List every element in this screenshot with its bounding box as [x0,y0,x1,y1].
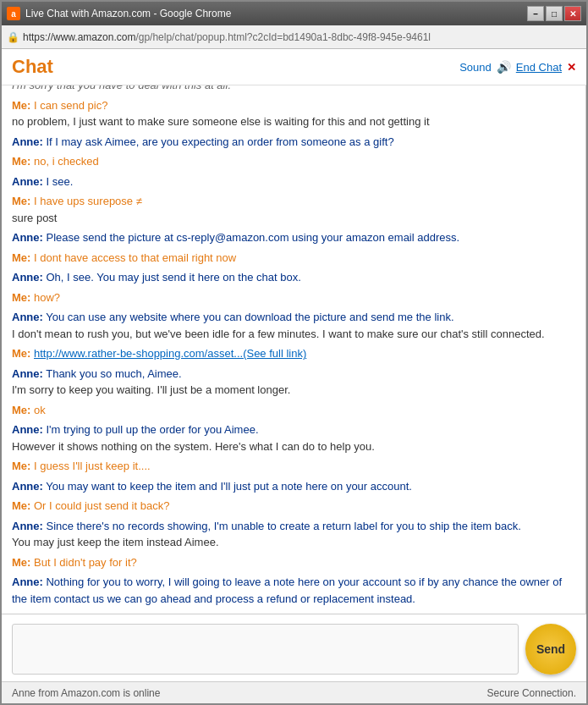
list-item: Me: I guess I'll just keep it.... [12,458,575,475]
window-controls: – □ ✕ [527,6,581,21]
message-speaker: Anne: [12,175,43,188]
message-text: how? [30,291,60,304]
send-button[interactable]: Send [525,624,576,675]
list-item: Anne: Oh, I see. You may just send it he… [12,269,575,286]
list-item: Me: no, i checked [12,153,575,170]
list-item: Anne: I'm trying to pull up the order fo… [12,421,575,454]
message-continuation: I don't mean to rush you, but we've been… [12,326,575,343]
message-speaker: Me: [12,251,30,264]
window-title: Live Chat with Amazon.com - Google Chrom… [25,8,522,19]
message-text: http://www.rather-be-shopping.com/asset.… [30,347,306,360]
message-speaker: Me: [12,291,30,304]
message-text: But I didn't pay for it? [30,556,136,569]
message-text: I'm trying to pull up the order for you … [43,423,259,436]
input-area: Send [2,614,586,681]
list-item: Me: how? [12,289,575,306]
list-item: Anne: I see. [12,173,575,190]
message-text: I can send pic? [30,99,107,112]
chat-title: Chat [12,56,53,78]
minimize-button[interactable]: – [527,6,544,21]
list-item: Anne: Nothing for you to worry, I will g… [12,574,575,607]
message-input[interactable] [12,624,519,675]
message-speaker: Anne: [12,367,43,380]
message-speaker: Me: [12,460,30,472]
message-speaker: Anne: [12,480,43,493]
message-speaker: Anne: [12,520,43,532]
message-speaker: Me: [12,404,30,416]
url-display[interactable]: https://www.amazon.com/gp/help/chat/popu… [23,31,581,43]
message-text: Oh, I see. You may just send it here on … [43,271,301,284]
status-bar: Anne from Amazon.com is online Secure Co… [2,681,586,703]
message-text: You can use any website where you can do… [43,311,454,323]
chat-header: Chat Sound 🔊 End Chat ✕ [2,49,586,85]
message-continuation: However it shows nothing on the system. … [12,438,575,455]
list-item: I'm sorry that you have to deal with thi… [12,85,575,94]
address-bar: 🔒 https://www.amazon.com/gp/help/chat/po… [2,25,586,49]
main-window: a Live Chat with Amazon.com - Google Chr… [0,0,588,705]
message-speaker: Me: [12,556,30,569]
message-speaker: Anne: [12,271,43,284]
message-text: I see. [43,175,73,188]
header-controls: Sound 🔊 End Chat ✕ [459,60,576,74]
message-continuation: I'm sorry to keep you waiting. I'll just… [12,382,575,399]
list-item: Anne: Since there's no records showing, … [12,518,575,551]
maximize-button[interactable]: □ [546,6,563,21]
message-text: You may want to keep the item and I'll j… [43,480,412,493]
message-speaker: Me: [12,155,30,168]
lock-icon: 🔒 [7,31,19,43]
message-text: I dont have access to that email right n… [30,251,236,264]
sound-button[interactable]: Sound [459,61,492,74]
message-speaker: Anne: [12,576,43,588]
end-chat-button[interactable]: End Chat [516,61,562,74]
message-text: Thank you so much, Aimee. [43,367,182,380]
message-text: ok [30,404,45,416]
list-item: Anne: Thank you so much, Aimee.I'm sorry… [12,366,575,399]
list-item: Me: I have ups surepose ≠sure post [12,193,575,226]
message-speaker: Anne: [12,311,43,323]
message-speaker: Anne: [12,423,43,436]
message-text: I guess I'll just keep it.... [30,460,150,472]
list-item: Anne: You may want to keep the item and … [12,478,575,495]
end-chat-close-icon[interactable]: ✕ [567,61,576,74]
list-item: Me: http://www.rather-be-shopping.com/as… [12,345,575,362]
list-item: Me: Or I could just send it back? [12,498,575,515]
message-speaker: Anne: [12,135,43,148]
list-item: Me: But I didn't pay for it? [12,554,575,571]
message-text: Please send the picture at cs-reply@amaz… [43,231,459,244]
close-button[interactable]: ✕ [564,6,581,21]
list-item: Me: I can send pic?no problem, I just wa… [12,97,575,130]
list-item: Anne: You can use any website where you … [12,309,575,342]
list-item: Anne: Please send the picture at cs-repl… [12,229,575,246]
sound-icon[interactable]: 🔊 [497,60,511,74]
message-speaker: Me: [12,499,30,512]
title-bar: a Live Chat with Amazon.com - Google Chr… [2,2,586,25]
browser-icon: a [7,7,20,20]
list-item: Me: ok [12,402,575,419]
message-speaker: Anne: [12,231,43,244]
message-text: If I may ask Aimee, are you expecting an… [43,135,394,148]
list-item: Me: I dont have access to that email rig… [12,250,575,267]
message-text: I have ups surepose ≠ [30,195,141,207]
list-item: Anne: If I may ask Aimee, are you expect… [12,134,575,151]
message-speaker: Me: [12,99,30,112]
message-continuation: no problem, I just want to make sure som… [12,113,575,130]
messages-area: I'm sorry that you have to deal with thi… [2,85,586,614]
message-text: Since there's no records showing, I'm un… [43,520,521,532]
message-speaker: Me: [12,195,30,207]
message-text: Or I could just send it back? [30,499,169,512]
message-speaker: Me: [12,347,30,360]
chat-container: Chat Sound 🔊 End Chat ✕ I'm sorry that y… [2,49,586,681]
message-text: no, i checked [30,155,98,168]
message-text: Nothing for you to worry, I will going t… [12,576,562,605]
connection-status: Secure Connection. [487,687,576,699]
message-continuation: You may just keep the item instead Aimee… [12,534,575,551]
message-continuation: sure post [12,210,575,227]
agent-status: Anne from Amazon.com is online [12,687,160,699]
